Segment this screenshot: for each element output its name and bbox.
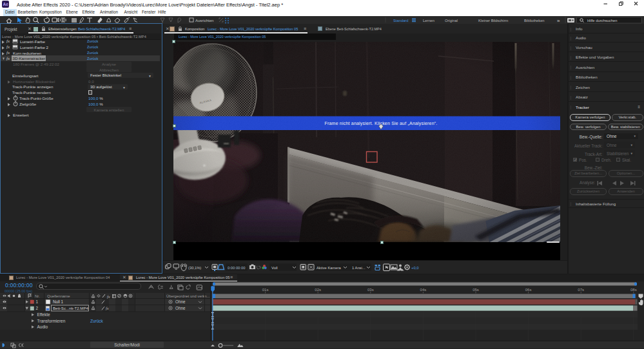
svg-text:Voll: Voll bbox=[271, 265, 278, 269]
svg-text:Lernen: Lernen bbox=[423, 19, 434, 23]
svg-text:Kleiner Bildschirm: Kleiner Bildschirm bbox=[478, 19, 509, 23]
svg-text:2: 2 bbox=[36, 306, 39, 310]
svg-text:03s: 03s bbox=[367, 288, 374, 292]
svg-text:06s: 06s bbox=[525, 288, 532, 292]
svg-text:»: » bbox=[557, 18, 560, 24]
svg-text:04s: 04s bbox=[420, 288, 427, 292]
svg-text:Ohne: Ohne bbox=[175, 299, 186, 304]
svg-text:Transformieren: Transformieren bbox=[37, 318, 66, 323]
svg-text:Original: Original bbox=[445, 19, 458, 23]
svg-text:01s: 01s bbox=[262, 288, 269, 292]
svg-text:0:00:00:00: 0:00:00:00 bbox=[228, 265, 245, 269]
svg-text:Nr.: Nr. bbox=[35, 294, 40, 298]
svg-text:Null 1: Null 1 bbox=[53, 299, 64, 304]
svg-text:Hilfe durchsuchen: Hilfe durchsuchen bbox=[587, 19, 617, 23]
svg-text:07s: 07s bbox=[578, 288, 584, 292]
svg-text:fx: fx bbox=[106, 306, 109, 310]
svg-text:Bett-Sc...nk-T2.MP4: Bett-Sc...nk-T2.MP4 bbox=[53, 305, 88, 310]
svg-text:Aktive Kamera: Aktive Kamera bbox=[317, 265, 341, 269]
svg-text:Ohne: Ohne bbox=[175, 305, 186, 310]
svg-text:Ausrichten: Ausrichten bbox=[195, 19, 213, 23]
svg-text:Schalter/Modi: Schalter/Modi bbox=[114, 342, 140, 346]
svg-text:Audio: Audio bbox=[37, 325, 48, 329]
svg-text:08s: 08s bbox=[630, 288, 637, 292]
svg-text:Bibliotheken: Bibliotheken bbox=[524, 19, 545, 23]
svg-text:Übergeordnet und verkn...: Übergeordnet und verkn... bbox=[166, 294, 210, 298]
svg-text:Zurück: Zurück bbox=[90, 318, 104, 323]
svg-text:Quellenname: Quellenname bbox=[47, 294, 70, 298]
svg-text:1: 1 bbox=[36, 299, 39, 304]
svg-text:(30,1%): (30,1%) bbox=[188, 265, 201, 269]
svg-text:Standard: Standard bbox=[393, 19, 409, 23]
svg-text:02s: 02s bbox=[315, 288, 321, 292]
svg-text:05s: 05s bbox=[473, 288, 479, 292]
svg-text:1 Ansi...: 1 Ansi... bbox=[352, 265, 366, 269]
svg-text:Effekte: Effekte bbox=[37, 312, 51, 317]
svg-text:+0,0: +0,0 bbox=[411, 265, 418, 269]
svg-text:fx: fx bbox=[107, 294, 110, 299]
